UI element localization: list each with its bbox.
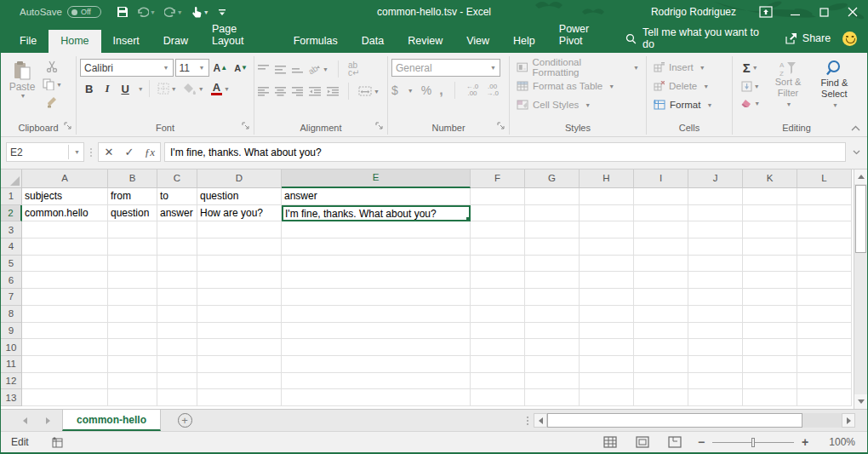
- cell-G9[interactable]: [525, 323, 580, 340]
- zoom-slider[interactable]: [712, 442, 794, 443]
- row-header-10[interactable]: 10: [1, 339, 22, 356]
- cell-L8[interactable]: [797, 306, 852, 323]
- cell-A12[interactable]: [22, 373, 108, 390]
- cell-D13[interactable]: [197, 389, 282, 406]
- cell-B3[interactable]: [108, 221, 157, 238]
- cell-H11[interactable]: [580, 356, 634, 373]
- insert-cells-button[interactable]: Insert ▼: [650, 58, 728, 77]
- row-header-8[interactable]: 8: [1, 306, 22, 323]
- column-header-H[interactable]: H: [580, 170, 634, 188]
- cell-A1[interactable]: subjects: [22, 188, 108, 205]
- cell-A10[interactable]: [22, 339, 108, 356]
- cell-E11[interactable]: [282, 356, 471, 373]
- row-header-12[interactable]: 12: [1, 373, 22, 390]
- font-dialog-launcher[interactable]: [242, 122, 252, 132]
- cell-G3[interactable]: [525, 221, 580, 238]
- align-left-icon[interactable]: [258, 87, 269, 96]
- cell-G6[interactable]: [525, 272, 580, 289]
- cell-J8[interactable]: [688, 306, 743, 323]
- cell-C7[interactable]: [157, 289, 197, 306]
- cell-C11[interactable]: [157, 356, 197, 373]
- cell-K6[interactable]: [743, 272, 797, 289]
- increase-indent-icon[interactable]: [327, 87, 339, 96]
- autosum-button[interactable]: Σ ▼: [736, 59, 764, 77]
- sort-filter-button[interactable]: AZ Sort & Filter ▼: [766, 56, 809, 121]
- cell-E3[interactable]: [282, 221, 471, 238]
- cell-L11[interactable]: [797, 356, 852, 373]
- cell-G2[interactable]: [525, 205, 580, 222]
- cell-B9[interactable]: [108, 323, 157, 340]
- cell-D10[interactable]: [197, 339, 282, 356]
- cell-I8[interactable]: [634, 306, 688, 323]
- next-sheet-button[interactable]: [46, 417, 50, 424]
- cell-H4[interactable]: [580, 238, 634, 256]
- cell-I10[interactable]: [634, 339, 688, 356]
- undo-button[interactable]: ▼: [134, 2, 159, 22]
- cell-J12[interactable]: [688, 373, 743, 390]
- cell-J6[interactable]: [688, 272, 743, 289]
- cell-F8[interactable]: [471, 306, 525, 323]
- vertical-scroll-thumb[interactable]: [855, 185, 866, 253]
- row-header-6[interactable]: 6: [1, 272, 22, 289]
- cell-H7[interactable]: [580, 289, 634, 306]
- font-family-select[interactable]: Calibri ▼: [80, 59, 174, 77]
- save-button[interactable]: [113, 2, 132, 22]
- column-header-I[interactable]: I: [634, 170, 688, 188]
- cell-G13[interactable]: [525, 389, 580, 406]
- select-all-corner[interactable]: [1, 170, 22, 188]
- cell-I12[interactable]: [634, 373, 688, 390]
- italic-button[interactable]: I: [100, 80, 114, 97]
- cell-G4[interactable]: [525, 238, 580, 256]
- cell-I11[interactable]: [634, 356, 688, 373]
- autosave-toggle[interactable]: AutoSave Off: [20, 6, 101, 18]
- cell-I1[interactable]: [634, 188, 688, 205]
- bold-button[interactable]: B: [80, 81, 98, 97]
- align-top-icon[interactable]: [258, 65, 269, 74]
- cell-C6[interactable]: [157, 272, 197, 289]
- cell-A7[interactable]: [22, 289, 108, 306]
- cell-J7[interactable]: [688, 289, 743, 306]
- scroll-left-button[interactable]: [534, 413, 547, 428]
- cell-B12[interactable]: [108, 373, 157, 390]
- cell-D8[interactable]: [197, 306, 282, 323]
- cell-K3[interactable]: [743, 221, 797, 238]
- cell-K10[interactable]: [743, 339, 797, 356]
- cell-styles-button[interactable]: Cell Styles ▼: [513, 95, 642, 114]
- maximize-button[interactable]: [809, 0, 838, 24]
- zoom-in-button[interactable]: +: [801, 435, 809, 449]
- cell-J4[interactable]: [688, 238, 743, 256]
- row-header-4[interactable]: 4: [1, 238, 22, 256]
- delete-cells-button[interactable]: Delete ▼: [650, 77, 728, 95]
- cell-D9[interactable]: [197, 323, 282, 340]
- cell-L3[interactable]: [797, 221, 852, 238]
- page-break-preview-button[interactable]: [668, 436, 682, 448]
- row-header-9[interactable]: 9: [1, 323, 22, 340]
- cell-J10[interactable]: [688, 339, 743, 356]
- cell-D3[interactable]: [197, 221, 282, 238]
- orientation-button[interactable]: ab ▼: [309, 64, 328, 74]
- cell-F5[interactable]: [471, 256, 525, 273]
- previous-sheet-button[interactable]: [23, 417, 27, 424]
- cell-J3[interactable]: [688, 221, 743, 238]
- cell-B2[interactable]: question: [108, 205, 157, 222]
- close-button[interactable]: [838, 0, 867, 24]
- cell-E2[interactable]: I'm fine, thanks. What about you?: [282, 205, 471, 222]
- cell-H9[interactable]: [580, 323, 634, 340]
- minimize-button[interactable]: [780, 0, 809, 24]
- cell-A3[interactable]: [22, 221, 108, 238]
- row-header-2[interactable]: 2: [1, 205, 22, 222]
- cell-C1[interactable]: to: [157, 188, 197, 205]
- zoom-out-button[interactable]: −: [697, 435, 705, 449]
- cell-E12[interactable]: [282, 373, 471, 390]
- cell-K13[interactable]: [743, 389, 797, 406]
- cell-E6[interactable]: [282, 272, 471, 289]
- cell-G10[interactable]: [525, 339, 580, 356]
- align-bottom-icon[interactable]: [292, 65, 303, 74]
- cell-K2[interactable]: [743, 205, 797, 222]
- cell-D4[interactable]: [197, 238, 282, 256]
- cancel-entry-button[interactable]: ✕: [99, 146, 119, 158]
- cell-F6[interactable]: [471, 272, 525, 289]
- vertical-scroll-track[interactable]: [854, 253, 867, 394]
- cell-I7[interactable]: [634, 289, 688, 306]
- cell-H2[interactable]: [580, 205, 634, 222]
